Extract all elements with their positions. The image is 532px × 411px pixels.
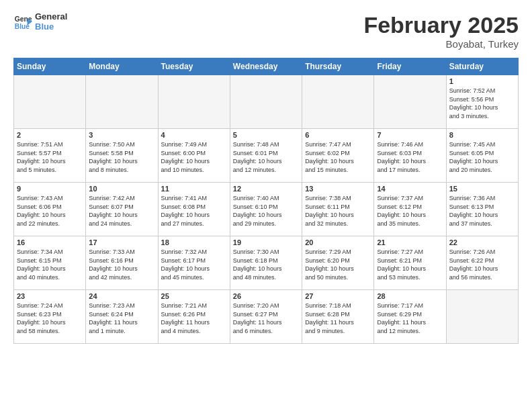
day-info: Sunrise: 7:33 AM Sunset: 6:16 PM Dayligh…	[89, 248, 154, 281]
calendar-cell: 18Sunrise: 7:32 AM Sunset: 6:17 PM Dayli…	[158, 236, 230, 290]
calendar-cell: 24Sunrise: 7:23 AM Sunset: 6:24 PM Dayli…	[86, 290, 158, 344]
calendar-cell: 16Sunrise: 7:34 AM Sunset: 6:15 PM Dayli…	[14, 236, 86, 290]
calendar-cell	[230, 75, 302, 129]
day-number: 8	[449, 131, 515, 139]
day-number: 27	[305, 292, 371, 300]
weekday-header-saturday: Saturday	[446, 58, 518, 75]
week-row-4: 16Sunrise: 7:34 AM Sunset: 6:15 PM Dayli…	[14, 236, 519, 290]
calendar-cell: 27Sunrise: 7:18 AM Sunset: 6:28 PM Dayli…	[302, 290, 374, 344]
day-info: Sunrise: 7:41 AM Sunset: 6:08 PM Dayligh…	[161, 194, 227, 228]
calendar-cell: 13Sunrise: 7:38 AM Sunset: 6:11 PM Dayli…	[302, 183, 374, 236]
day-info: Sunrise: 7:20 AM Sunset: 6:27 PM Dayligh…	[233, 302, 299, 335]
location: Boyabat, Turkey	[363, 38, 519, 50]
calendar-cell: 26Sunrise: 7:20 AM Sunset: 6:27 PM Dayli…	[230, 290, 302, 344]
calendar-cell: 15Sunrise: 7:36 AM Sunset: 6:13 PM Dayli…	[446, 183, 518, 236]
weekday-header-row: SundayMondayTuesdayWednesdayThursdayFrid…	[14, 58, 519, 75]
logo-icon: General Blue	[13, 13, 32, 32]
calendar-cell	[446, 290, 518, 344]
weekday-header-wednesday: Wednesday	[230, 58, 302, 75]
day-number: 20	[305, 238, 371, 246]
day-info: Sunrise: 7:45 AM Sunset: 6:05 PM Dayligh…	[449, 140, 515, 174]
day-number: 23	[17, 292, 83, 300]
day-info: Sunrise: 7:47 AM Sunset: 6:02 PM Dayligh…	[305, 140, 371, 174]
day-number: 11	[161, 185, 227, 193]
calendar-cell: 22Sunrise: 7:26 AM Sunset: 6:22 PM Dayli…	[446, 236, 518, 290]
day-number: 28	[377, 292, 443, 300]
day-number: 4	[161, 131, 227, 139]
day-number: 9	[17, 185, 83, 193]
calendar-cell: 2Sunrise: 7:51 AM Sunset: 5:57 PM Daylig…	[14, 129, 86, 183]
day-info: Sunrise: 7:30 AM Sunset: 6:18 PM Dayligh…	[233, 248, 299, 281]
day-info: Sunrise: 7:27 AM Sunset: 6:21 PM Dayligh…	[377, 248, 443, 281]
week-row-5: 23Sunrise: 7:24 AM Sunset: 6:23 PM Dayli…	[14, 290, 519, 344]
calendar-cell: 12Sunrise: 7:40 AM Sunset: 6:10 PM Dayli…	[230, 183, 302, 236]
calendar-cell: 28Sunrise: 7:17 AM Sunset: 6:29 PM Dayli…	[374, 290, 446, 344]
day-number: 16	[17, 238, 83, 246]
weekday-header-sunday: Sunday	[14, 58, 86, 75]
day-info: Sunrise: 7:50 AM Sunset: 5:58 PM Dayligh…	[89, 140, 154, 174]
day-number: 1	[449, 77, 515, 85]
week-row-1: 1Sunrise: 7:52 AM Sunset: 5:56 PM Daylig…	[14, 75, 519, 129]
calendar-cell: 10Sunrise: 7:42 AM Sunset: 6:07 PM Dayli…	[86, 183, 158, 236]
day-number: 15	[449, 185, 515, 193]
calendar-cell: 1Sunrise: 7:52 AM Sunset: 5:56 PM Daylig…	[446, 75, 518, 129]
day-number: 17	[89, 238, 154, 246]
day-info: Sunrise: 7:51 AM Sunset: 5:57 PM Dayligh…	[17, 140, 83, 174]
calendar-cell: 25Sunrise: 7:21 AM Sunset: 6:26 PM Dayli…	[158, 290, 230, 344]
calendar-cell: 6Sunrise: 7:47 AM Sunset: 6:02 PM Daylig…	[302, 129, 374, 183]
logo-general: General	[35, 12, 67, 22]
calendar-cell: 17Sunrise: 7:33 AM Sunset: 6:16 PM Dayli…	[86, 236, 158, 290]
day-info: Sunrise: 7:21 AM Sunset: 6:26 PM Dayligh…	[161, 302, 227, 335]
calendar-cell: 14Sunrise: 7:37 AM Sunset: 6:12 PM Dayli…	[374, 183, 446, 236]
calendar-cell: 11Sunrise: 7:41 AM Sunset: 6:08 PM Dayli…	[158, 183, 230, 236]
day-info: Sunrise: 7:17 AM Sunset: 6:29 PM Dayligh…	[377, 302, 443, 335]
day-number: 3	[89, 131, 154, 139]
day-number: 14	[377, 185, 443, 193]
weekday-header-thursday: Thursday	[302, 58, 374, 75]
weekday-header-monday: Monday	[86, 58, 158, 75]
week-row-2: 2Sunrise: 7:51 AM Sunset: 5:57 PM Daylig…	[14, 129, 519, 183]
day-number: 18	[161, 238, 227, 246]
day-info: Sunrise: 7:18 AM Sunset: 6:28 PM Dayligh…	[305, 302, 371, 335]
day-info: Sunrise: 7:26 AM Sunset: 6:22 PM Dayligh…	[449, 248, 515, 281]
day-number: 13	[305, 185, 371, 193]
day-number: 21	[377, 238, 443, 246]
logo: General Blue General Blue	[13, 12, 67, 32]
day-info: Sunrise: 7:29 AM Sunset: 6:20 PM Dayligh…	[305, 248, 371, 281]
day-number: 2	[17, 131, 83, 139]
day-info: Sunrise: 7:42 AM Sunset: 6:07 PM Dayligh…	[89, 194, 154, 228]
calendar-cell: 23Sunrise: 7:24 AM Sunset: 6:23 PM Dayli…	[14, 290, 86, 344]
day-info: Sunrise: 7:49 AM Sunset: 6:00 PM Dayligh…	[161, 140, 227, 174]
day-info: Sunrise: 7:24 AM Sunset: 6:23 PM Dayligh…	[17, 302, 83, 335]
day-info: Sunrise: 7:32 AM Sunset: 6:17 PM Dayligh…	[161, 248, 227, 281]
day-number: 7	[377, 131, 443, 139]
calendar-cell: 4Sunrise: 7:49 AM Sunset: 6:00 PM Daylig…	[158, 129, 230, 183]
calendar-cell	[158, 75, 230, 129]
day-info: Sunrise: 7:36 AM Sunset: 6:13 PM Dayligh…	[449, 194, 515, 228]
day-info: Sunrise: 7:34 AM Sunset: 6:15 PM Dayligh…	[17, 248, 83, 281]
weekday-header-friday: Friday	[374, 58, 446, 75]
calendar-cell: 9Sunrise: 7:43 AM Sunset: 6:06 PM Daylig…	[14, 183, 86, 236]
day-number: 19	[233, 238, 299, 246]
day-info: Sunrise: 7:23 AM Sunset: 6:24 PM Dayligh…	[89, 302, 154, 335]
calendar-cell: 5Sunrise: 7:48 AM Sunset: 6:01 PM Daylig…	[230, 129, 302, 183]
day-number: 26	[233, 292, 299, 300]
day-info: Sunrise: 7:46 AM Sunset: 6:03 PM Dayligh…	[377, 140, 443, 174]
day-info: Sunrise: 7:40 AM Sunset: 6:10 PM Dayligh…	[233, 194, 299, 228]
day-number: 12	[233, 185, 299, 193]
logo-blue: Blue	[35, 22, 67, 32]
day-number: 10	[89, 185, 154, 193]
day-info: Sunrise: 7:38 AM Sunset: 6:11 PM Dayligh…	[305, 194, 371, 228]
title-block: February 2025 Boyabat, Turkey	[363, 12, 519, 50]
calendar-cell: 20Sunrise: 7:29 AM Sunset: 6:20 PM Dayli…	[302, 236, 374, 290]
day-number: 6	[305, 131, 371, 139]
calendar-cell	[86, 75, 158, 129]
day-number: 25	[161, 292, 227, 300]
month-title: February 2025	[363, 12, 519, 38]
header: General Blue General Blue February 2025 …	[13, 12, 519, 50]
weekday-header-tuesday: Tuesday	[158, 58, 230, 75]
day-number: 5	[233, 131, 299, 139]
calendar-cell: 7Sunrise: 7:46 AM Sunset: 6:03 PM Daylig…	[374, 129, 446, 183]
day-info: Sunrise: 7:37 AM Sunset: 6:12 PM Dayligh…	[377, 194, 443, 228]
calendar-table: SundayMondayTuesdayWednesdayThursdayFrid…	[13, 58, 519, 344]
